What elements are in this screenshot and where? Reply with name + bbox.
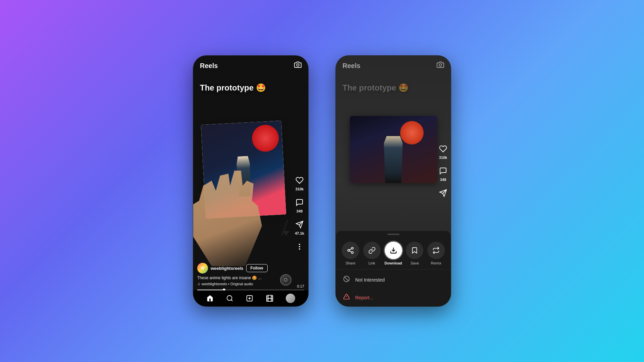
progress-time: 0:17 bbox=[297, 284, 304, 288]
music-icon: ♫ bbox=[197, 282, 200, 286]
svg-line-1 bbox=[285, 219, 286, 238]
like-count: 310k bbox=[296, 187, 304, 191]
bottom-sheet: Share Link bbox=[336, 231, 451, 306]
comment-button[interactable]: 349 bbox=[293, 196, 306, 213]
nav-search-icon[interactable] bbox=[226, 295, 233, 302]
anime-frame bbox=[350, 116, 437, 183]
save-label: Save bbox=[411, 261, 419, 265]
reels-title-right: Reels bbox=[342, 62, 360, 70]
sheet-handle bbox=[387, 234, 399, 235]
svg-point-21 bbox=[352, 247, 354, 249]
nav-profile-icon[interactable] bbox=[286, 294, 295, 303]
user-row: W weeblightsreels Follow bbox=[197, 263, 291, 274]
avatar: W bbox=[197, 263, 208, 274]
sheet-handle-area bbox=[336, 231, 451, 235]
bottom-nav bbox=[193, 290, 308, 306]
frame-red-moon bbox=[400, 121, 424, 144]
download-icon-circle bbox=[385, 242, 402, 259]
bottom-info: W weeblightsreels Follow These anime lig… bbox=[197, 263, 291, 286]
side-actions-right: 310k 349 bbox=[437, 143, 449, 199]
music-disc bbox=[280, 274, 291, 286]
username: weeblightsreels bbox=[211, 266, 244, 271]
follow-button[interactable]: Follow bbox=[246, 264, 268, 272]
svg-point-23 bbox=[352, 252, 354, 254]
report-text: Report... bbox=[355, 295, 373, 300]
reels-title-left: Reels bbox=[200, 62, 218, 70]
nav-plus-icon[interactable] bbox=[246, 295, 253, 302]
sheet-save-action[interactable]: Save bbox=[406, 242, 423, 265]
send-icon-right bbox=[437, 187, 449, 199]
sheet-remix-action[interactable]: Remix bbox=[427, 242, 445, 265]
share-count: 47.1k bbox=[295, 231, 304, 235]
share-button-right[interactable] bbox=[437, 187, 449, 199]
svg-marker-2 bbox=[283, 241, 286, 246]
not-interested-item[interactable]: Not Interested bbox=[336, 271, 451, 289]
save-icon-circle bbox=[406, 242, 423, 259]
like-button[interactable]: 310k bbox=[293, 174, 306, 191]
comment-count-right: 349 bbox=[440, 178, 446, 182]
download-label: Download bbox=[384, 261, 402, 265]
svg-line-24 bbox=[350, 251, 352, 252]
remix-icon-circle bbox=[427, 242, 445, 259]
svg-point-22 bbox=[348, 249, 350, 251]
link-icon-circle bbox=[363, 242, 381, 259]
share-icon-circle bbox=[342, 242, 359, 259]
link-label: Link bbox=[368, 261, 375, 265]
caption: These anime lights are insane 🤩 ... bbox=[197, 276, 291, 280]
side-actions-left: 310k 349 47.1k bbox=[293, 174, 306, 253]
report-icon bbox=[342, 293, 351, 302]
sheet-share-action[interactable]: Share bbox=[342, 242, 359, 265]
heart-icon bbox=[293, 174, 306, 186]
sheet-download-action[interactable]: Download bbox=[384, 242, 402, 265]
report-item[interactable]: Report... bbox=[336, 289, 451, 306]
not-interested-icon bbox=[342, 276, 351, 284]
share-button[interactable]: 47.1k bbox=[293, 219, 306, 235]
camera-icon-left[interactable] bbox=[294, 61, 302, 70]
remix-label: Remix bbox=[431, 261, 441, 265]
nav-reels-icon[interactable] bbox=[266, 295, 273, 302]
svg-point-5 bbox=[227, 296, 232, 301]
phone-left: Reels The prototype 🤩 bbox=[193, 55, 309, 307]
svg-line-6 bbox=[231, 300, 232, 301]
phone-right: Reels The prototype 🤩 bbox=[335, 55, 451, 307]
anime-frame-inner bbox=[350, 116, 437, 183]
sheet-actions-row: Share Link bbox=[336, 235, 451, 268]
video-title-right: The prototype 🤩 bbox=[342, 82, 431, 93]
nav-home-icon[interactable] bbox=[206, 295, 214, 302]
share-label: Share bbox=[345, 261, 355, 265]
like-count-right: 310k bbox=[439, 156, 447, 160]
comment-icon-right bbox=[437, 165, 449, 177]
reels-header-left: Reels bbox=[193, 56, 308, 76]
more-options-button[interactable] bbox=[293, 241, 306, 253]
svg-point-0 bbox=[297, 64, 299, 66]
comment-count: 349 bbox=[297, 209, 303, 213]
more-icon bbox=[293, 241, 306, 253]
heart-icon-right bbox=[437, 143, 449, 155]
comment-button-right[interactable]: 349 bbox=[437, 165, 449, 182]
svg-line-25 bbox=[350, 249, 352, 250]
reels-header-right: Reels bbox=[336, 56, 451, 76]
not-interested-text: Not Interested bbox=[355, 277, 385, 283]
sheet-link-action[interactable]: Link bbox=[363, 242, 381, 265]
sheet-divider-1 bbox=[336, 269, 451, 269]
frame-char bbox=[380, 136, 407, 183]
svg-point-18 bbox=[439, 64, 441, 66]
like-button-right[interactable]: 310k bbox=[437, 143, 449, 160]
send-icon bbox=[293, 219, 306, 231]
svg-line-28 bbox=[344, 277, 348, 281]
arrow-indicator bbox=[275, 219, 295, 239]
camera-icon-right[interactable] bbox=[437, 61, 444, 70]
audio-row: ♫ weeblightsreels • Original audio bbox=[197, 282, 291, 286]
comment-icon bbox=[293, 196, 306, 208]
audio-text: weeblightsreels • Original audio bbox=[202, 282, 253, 286]
video-title-left: The prototype 🤩 bbox=[200, 82, 288, 93]
